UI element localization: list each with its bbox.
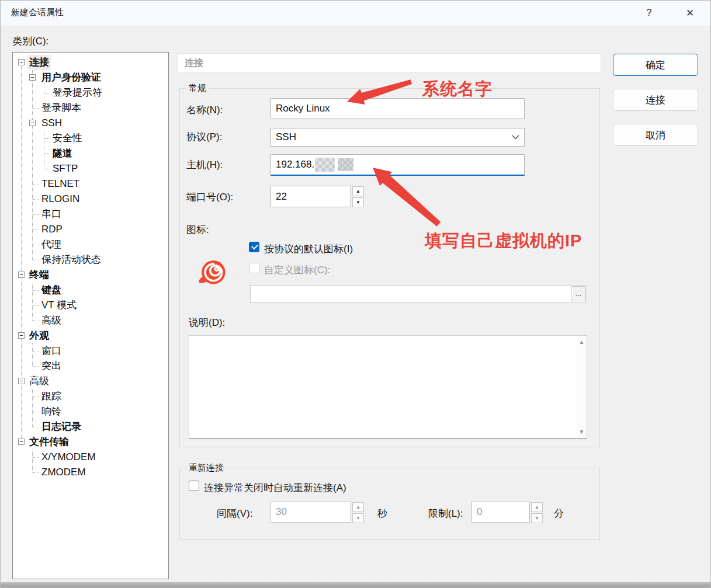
collapse-minus-icon[interactable] [29,120,36,126]
browse-button[interactable]: ... [571,286,586,301]
scroll-up-icon[interactable]: ▲ [577,337,587,347]
host-input[interactable]: 192.168. [270,154,525,176]
tree-item[interactable]: 窗口 [13,343,168,359]
annotation-system-name: 系统名字 [422,78,493,101]
tree-item[interactable]: SFTP [13,161,168,176]
tree-item[interactable]: 登录提示符 [13,85,168,100]
connect-button[interactable]: 连接 [613,89,698,111]
tree-item-label: 窗口 [40,343,63,359]
spin-up-icon[interactable]: ▲ [352,502,364,512]
port-input[interactable]: 22 [270,186,351,207]
tree-item[interactable]: 登录脚本 [13,100,168,116]
tree-stub-line [33,260,39,260]
tree-item-label: 日志记录 [40,419,83,434]
tree-item[interactable]: 日志记录 [13,419,168,434]
collapse-minus-icon[interactable] [18,59,25,65]
ok-button[interactable]: 确定 [613,54,698,76]
cancel-button[interactable]: 取消 [613,124,698,146]
chevron-down-icon [512,135,519,140]
tree-item-label: 连接 [27,55,51,70]
port-stepper: ▲ ▼ [352,186,364,207]
tree-item[interactable]: 安全性 [13,131,168,146]
auto-reconnect-checkbox-label: 连接异常关闭时自动重新连接(A) [204,481,346,495]
limit-unit-label: 分 [554,507,564,520]
tree-item[interactable]: X/YMODEM [13,450,168,465]
tree-item-label: 登录提示符 [51,85,104,100]
tree-item[interactable]: 保持活动状态 [13,252,168,267]
tree-item[interactable]: 键盘 [13,283,168,298]
protocol-select[interactable]: SSH [270,128,525,147]
tree-item[interactable]: SSH [13,116,168,131]
collapse-minus-icon[interactable] [18,439,25,445]
tree-item-label: 键盘 [40,283,63,298]
spin-down-icon[interactable]: ▼ [352,197,364,207]
spin-up-icon[interactable]: ▲ [531,502,543,512]
tree-item[interactable]: TELNET [13,176,168,192]
tree-item[interactable]: 用户身份验证 [13,70,168,85]
help-icon[interactable]: ? [639,4,659,22]
tree-item-label: RLOGIN [40,192,81,207]
tree-item[interactable]: 终端 [13,267,168,283]
description-label: 说明(D): [189,316,225,329]
interval-stepper: ▲ ▼ [352,502,364,523]
tree-item[interactable]: 高级 [13,374,168,389]
tree-stub-line [33,245,39,245]
tree-item[interactable]: RDP [13,222,168,237]
limit-input[interactable]: 0 [471,502,530,523]
tree-item-label: 安全性 [51,131,84,146]
custom-icon-checkbox-label: 自定义图标(C): [264,263,330,277]
custom-icon-checkbox[interactable] [249,263,259,273]
tree-item[interactable]: 高级 [13,313,168,328]
tree-item-label: 跟踪 [40,389,63,404]
tree-stub-line [33,396,39,397]
tree-item-label: ZMODEM [40,465,88,480]
tree-item[interactable]: 连接 [13,55,168,70]
tree-item-label: RDP [40,222,64,237]
tree-item[interactable]: 文件传输 [13,434,168,450]
tree-item-label: 终端 [27,267,51,283]
tree-item[interactable]: RLOGIN [13,192,168,207]
tree-item[interactable]: VT 模式 [13,298,168,313]
censored-host-blur [315,158,335,172]
tree-stub-line [44,169,50,169]
description-scrollbar[interactable]: ▲ ▼ [577,336,587,438]
tree-item[interactable]: 串口 [13,207,168,222]
scroll-down-icon[interactable]: ▼ [577,427,587,437]
collapse-minus-icon[interactable] [18,332,25,339]
tree-stub-line [33,290,39,291]
custom-icon-path-input[interactable] [250,285,587,303]
tree-item-label: 隧道 [51,146,74,161]
default-icon-checkbox[interactable] [249,242,259,252]
tree-item-label: 保持活动状态 [40,252,103,267]
spin-down-icon[interactable]: ▼ [352,513,364,523]
name-input[interactable]: Rocky Linux [270,98,525,119]
description-textarea[interactable]: ▲ ▼ [189,335,587,439]
tree-item[interactable]: 突出 [13,359,168,374]
category-tree: 连接用户身份验证登录提示符登录脚本SSH安全性隧道SFTPTELNETRLOGI… [12,52,169,579]
spin-up-icon[interactable]: ▲ [352,186,364,196]
host-label: 主机(H): [186,158,223,172]
censored-host-blur [338,158,353,171]
tree-item[interactable]: 跟踪 [13,389,168,404]
collapse-minus-icon[interactable] [18,272,25,278]
tree-stub-line [33,472,39,473]
collapse-minus-icon[interactable] [18,378,25,384]
spin-down-icon[interactable]: ▼ [531,513,543,523]
tree-stub-line [33,108,39,109]
tree-item-label: 代理 [40,237,63,252]
tree-item[interactable]: 响铃 [13,404,168,419]
tree-item[interactable]: 代理 [13,237,168,252]
reconnect-group-legend: 重新连接 [186,462,227,474]
auto-reconnect-checkbox[interactable] [189,481,199,491]
titlebar: 新建会话属性 ? ✕ [1,1,710,26]
collapse-minus-icon[interactable] [29,74,36,81]
tree-item[interactable]: 隧道 [13,146,168,161]
interval-input[interactable]: 30 [270,502,351,523]
tree-item[interactable]: 外观 [13,328,168,343]
tree-stub-line [33,305,39,306]
default-icon-checkbox-label: 按协议的默认图标(I) [264,242,353,256]
tree-item[interactable]: ZMODEM [13,465,168,480]
close-icon[interactable]: ✕ [680,4,700,22]
tree-item-label: 外观 [27,328,51,343]
tree-item-label: 用户身份验证 [40,70,103,85]
